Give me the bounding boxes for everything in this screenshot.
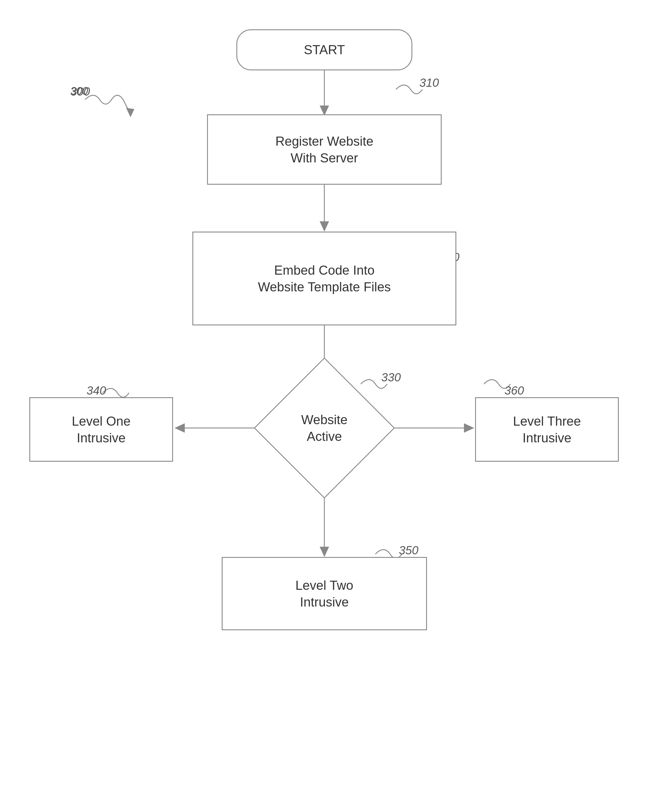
level-one-label: Level OneIntrusive bbox=[72, 413, 131, 446]
ref-360: 360 bbox=[504, 384, 524, 397]
level-one-node: Level OneIntrusive bbox=[29, 397, 173, 462]
svg-marker-3 bbox=[320, 221, 329, 232]
svg-marker-7 bbox=[174, 423, 185, 433]
start-node: START bbox=[236, 29, 412, 70]
website-active-node: WebsiteActive bbox=[274, 378, 374, 478]
embed-code-node: Embed Code IntoWebsite Template Files bbox=[192, 232, 456, 325]
ref-340: 340 bbox=[87, 384, 106, 397]
ref-310: 310 bbox=[419, 76, 439, 89]
svg-marker-12 bbox=[126, 108, 134, 117]
level-two-label: Level TwoIntrusive bbox=[295, 577, 353, 611]
embed-code-label: Embed Code IntoWebsite Template Files bbox=[258, 262, 390, 295]
ref-350: 350 bbox=[399, 544, 418, 557]
website-active-label: WebsiteActive bbox=[301, 411, 347, 445]
ref-300: 300 bbox=[70, 85, 90, 98]
ref-330: 330 bbox=[381, 371, 401, 384]
svg-marker-9 bbox=[464, 423, 474, 433]
register-website-node: Register WebsiteWith Server bbox=[207, 114, 442, 185]
svg-marker-11 bbox=[320, 547, 329, 557]
level-three-node: Level ThreeIntrusive bbox=[475, 397, 619, 462]
level-two-node: Level TwoIntrusive bbox=[222, 557, 427, 630]
level-three-label: Level ThreeIntrusive bbox=[513, 413, 581, 446]
register-website-label: Register WebsiteWith Server bbox=[276, 133, 373, 166]
diagram-container: 300 300 START 310 Register WebsiteWith S… bbox=[0, 0, 649, 812]
start-label: START bbox=[304, 41, 345, 58]
